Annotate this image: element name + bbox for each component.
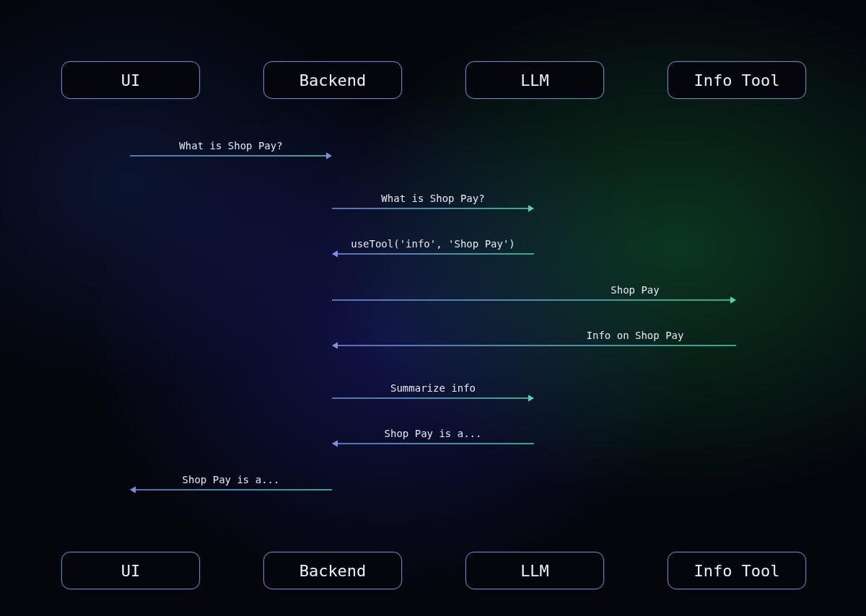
message-label: Shop Pay is a... bbox=[385, 428, 482, 439]
participant-info-bottom: Info Tool bbox=[668, 552, 806, 589]
message-label: Shop Pay is a... bbox=[183, 474, 280, 485]
participant-llm-bottom: LLM bbox=[465, 552, 604, 589]
arrowhead-icon bbox=[332, 342, 338, 349]
participant-llm-top: LLM bbox=[465, 61, 604, 99]
participant-info-top: Info Tool bbox=[668, 61, 806, 99]
message-label: What is Shop Pay? bbox=[179, 140, 282, 151]
arrowhead-icon bbox=[332, 250, 338, 258]
arrowhead-icon bbox=[130, 486, 136, 493]
participant-backend-top: Backend bbox=[263, 61, 402, 99]
arrowhead-icon bbox=[528, 395, 534, 402]
sequence-diagram: UIUIBackendBackendLLMLLMInfo ToolInfo To… bbox=[0, 0, 866, 616]
message-label: Info on Shop Pay bbox=[587, 330, 684, 341]
arrowhead-icon bbox=[326, 152, 332, 159]
arrowhead-icon bbox=[332, 440, 338, 447]
participant-ui-bottom: UI bbox=[61, 552, 200, 589]
message-label: useTool('info', 'Shop Pay') bbox=[351, 238, 515, 250]
arrowhead-icon bbox=[528, 205, 534, 212]
arrowhead-icon bbox=[730, 296, 736, 304]
message-label: Shop Pay bbox=[611, 284, 659, 296]
participant-backend-bottom: Backend bbox=[263, 552, 402, 589]
message-label: Summarize info bbox=[390, 382, 476, 394]
participant-ui-top: UI bbox=[61, 61, 200, 99]
message-label: What is Shop Pay? bbox=[381, 193, 484, 204]
